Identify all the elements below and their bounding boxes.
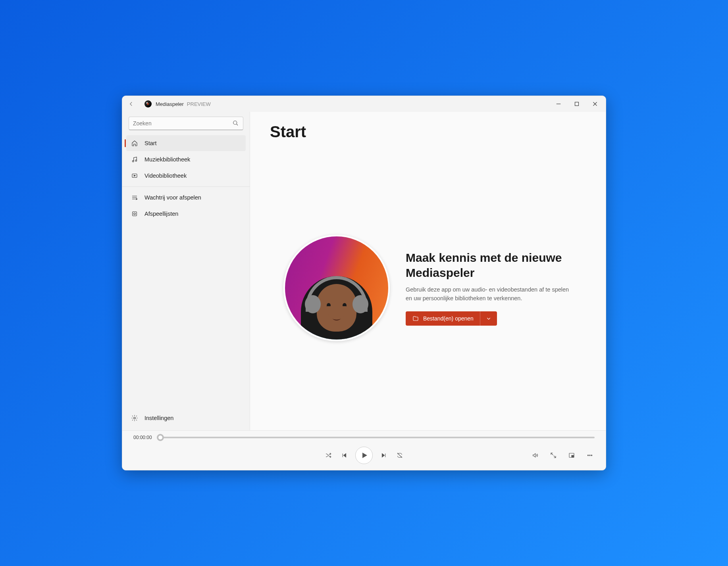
open-files-button[interactable]: Bestand(en) openen	[406, 311, 480, 326]
volume-icon	[532, 452, 539, 459]
search-input[interactable]	[133, 120, 232, 127]
svg-point-7	[134, 417, 136, 419]
svg-point-3	[135, 160, 137, 161]
skip-previous-icon	[341, 452, 348, 459]
maximize-button[interactable]	[568, 98, 586, 110]
sidebar-item-label: Afspeellijsten	[144, 211, 178, 217]
minimize-icon	[555, 100, 562, 107]
svg-point-10	[587, 455, 588, 455]
titlebar: Mediaspeler PREVIEW	[122, 96, 606, 112]
close-button[interactable]	[586, 98, 604, 110]
sidebar-item-start[interactable]: Start	[126, 135, 246, 151]
player-bar: 00:00:00	[122, 430, 606, 470]
preview-tag: PREVIEW	[187, 101, 211, 107]
sidebar-item-video-library[interactable]: Videobibliotheek	[126, 168, 246, 184]
previous-button[interactable]	[336, 447, 352, 463]
skip-next-icon	[380, 452, 387, 459]
svg-rect-9	[572, 455, 574, 457]
svg-point-12	[591, 455, 592, 455]
sidebar: Start Muziekbibliotheek Videobibliotheek	[122, 112, 250, 430]
shuffle-icon	[325, 452, 332, 459]
maximize-icon	[573, 100, 580, 107]
chevron-down-icon	[485, 315, 492, 322]
mini-player-icon	[568, 452, 575, 459]
svg-rect-5	[133, 212, 137, 216]
video-icon	[131, 172, 138, 179]
sidebar-item-label: Muziekbibliotheek	[144, 156, 190, 163]
sidebar-item-music-library[interactable]: Muziekbibliotheek	[126, 152, 246, 167]
hero-section: Maak kennis met de nieuwe Mediaspeler Ge…	[270, 157, 586, 419]
search-box[interactable]	[129, 117, 243, 130]
gear-icon	[131, 414, 138, 422]
shuffle-button[interactable]	[320, 447, 336, 463]
time-elapsed: 00:00:00	[133, 435, 153, 440]
sidebar-item-label: Start	[144, 140, 157, 146]
fullscreen-button[interactable]	[545, 447, 561, 463]
repeat-off-icon	[396, 452, 403, 459]
repeat-button[interactable]	[392, 447, 408, 463]
svg-point-1	[233, 121, 237, 124]
hero-text: Maak kennis met de nieuwe Mediaspeler Ge…	[406, 250, 572, 325]
seek-row: 00:00:00	[122, 431, 606, 440]
more-icon	[586, 452, 593, 459]
open-files-dropdown-button[interactable]	[480, 311, 497, 326]
sidebar-item-play-queue[interactable]: Wachtrij voor afspelen	[126, 190, 246, 205]
divider	[122, 186, 250, 187]
sidebar-item-settings[interactable]: Instellingen	[126, 410, 246, 426]
app-window: Mediaspeler PREVIEW	[122, 96, 606, 470]
app-logo-icon	[144, 100, 152, 107]
hero-description: Gebruik deze app om uw audio- en videobe…	[406, 286, 572, 302]
back-button[interactable]	[125, 98, 137, 109]
playlist-icon	[131, 210, 138, 217]
player-controls	[122, 440, 606, 470]
next-button[interactable]	[376, 447, 392, 463]
body: Start Muziekbibliotheek Videobibliotheek	[122, 112, 606, 430]
minimize-button[interactable]	[549, 98, 568, 110]
play-button[interactable]	[355, 447, 373, 464]
queue-icon	[131, 194, 138, 201]
svg-rect-0	[575, 102, 579, 106]
seek-slider[interactable]	[160, 437, 595, 438]
svg-point-11	[589, 455, 590, 455]
home-icon	[131, 140, 138, 147]
search-icon	[232, 119, 239, 128]
main-content: Start	[250, 112, 606, 430]
svg-point-6	[134, 213, 136, 215]
right-controls	[527, 447, 598, 463]
fullscreen-icon	[550, 452, 557, 459]
more-button[interactable]	[582, 447, 598, 463]
sidebar-item-label: Instellingen	[144, 415, 173, 421]
hero-illustration	[283, 235, 390, 341]
page-title: Start	[270, 123, 586, 141]
folder-icon	[412, 315, 419, 322]
svg-point-2	[132, 161, 134, 162]
play-icon	[360, 451, 368, 459]
arrow-left-icon	[127, 100, 135, 107]
sidebar-item-label: Wachtrij voor afspelen	[144, 194, 201, 201]
sidebar-item-label: Videobibliotheek	[144, 173, 187, 179]
volume-button[interactable]	[527, 447, 543, 463]
sidebar-item-playlists[interactable]: Afspeellijsten	[126, 206, 246, 222]
hero-title: Maak kennis met de nieuwe Mediaspeler	[406, 250, 572, 280]
music-icon	[131, 156, 138, 163]
open-files-label: Bestand(en) openen	[423, 315, 474, 322]
mini-player-button[interactable]	[564, 447, 580, 463]
open-files-split-button: Bestand(en) openen	[406, 311, 497, 326]
app-title: Mediaspeler	[156, 101, 184, 107]
close-icon	[591, 100, 599, 107]
